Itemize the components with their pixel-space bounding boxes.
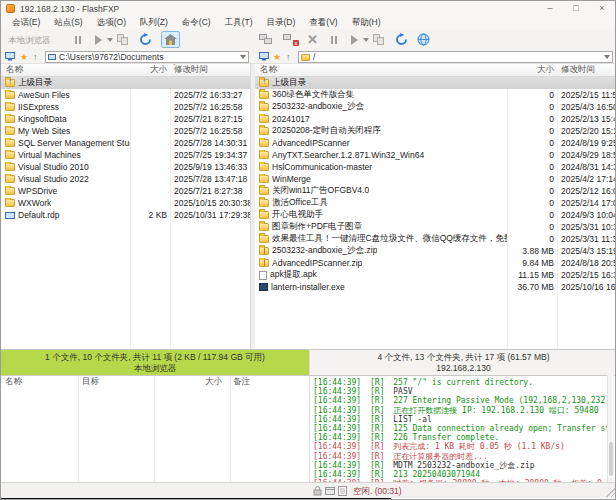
file-type-icon	[259, 235, 269, 243]
remote-path-text: /	[313, 52, 602, 62]
queue-column-size[interactable]: 大小	[154, 376, 226, 388]
file-row[interactable]: 开心电视助手 0 2024/9/3 10:04:0	[255, 209, 616, 221]
parent-directory-row[interactable]: 上级目录	[255, 77, 616, 89]
menu-item[interactable]: 帮助(H)	[345, 16, 388, 29]
queue-column-target[interactable]: 目标	[78, 376, 154, 388]
resize-grip[interactable]	[606, 487, 616, 497]
menu-item[interactable]: 命令(C)	[175, 16, 218, 29]
minimize-button[interactable]: –	[537, 1, 563, 16]
file-row[interactable]: WPSDrive 2025/7/21 8:27:38	[1, 185, 250, 197]
column-header-size[interactable]: 大小	[507, 64, 557, 76]
scrollbar-thumb[interactable]	[609, 442, 613, 476]
file-row[interactable]: SQL Server Management Studio 2025/7/28 1…	[1, 137, 250, 149]
file-row[interactable]: KingsoftData 2025/7/21 8:27:15	[1, 113, 250, 125]
file-name: AdvancedIPScanner	[272, 138, 350, 148]
file-row[interactable]: Virtual Machines 2025/7/25 19:34:37	[1, 149, 250, 161]
log-timestamp: [16:44:39]	[313, 406, 361, 415]
chevron-down-icon[interactable]	[240, 55, 246, 59]
remote-tree-toggle[interactable]	[259, 52, 269, 63]
file-row[interactable]: 20241017 0 2025/2/13 15:45:	[255, 113, 616, 125]
file-row[interactable]: AdvancedIPScanner.zip 9.84 MB 2024/8/18 …	[255, 257, 616, 269]
file-size: 0	[507, 138, 557, 148]
menu-item[interactable]: 站点(S)	[47, 16, 89, 29]
start-transfer-button[interactable]	[95, 32, 102, 47]
remote-favorites-button[interactable]: ★	[273, 52, 281, 62]
queue-start-dropdown[interactable]	[363, 32, 369, 47]
log-timestamp: [16:44:39]	[313, 424, 361, 433]
file-row[interactable]: lantern-installer.exe 36.70 MB 2025/10/1…	[255, 281, 616, 293]
file-row[interactable]: 2503232-andboxie_沙盒 0 2025/4/3 16:50:0	[255, 101, 616, 113]
file-modified: 2025/4/2 17:14:0	[557, 174, 616, 184]
file-row[interactable]: 图章制作+PDF电子图章 0 2025/3/31 10:30:	[255, 221, 616, 233]
remote-path-combobox[interactable]: /	[298, 51, 613, 63]
pause-button[interactable]	[75, 32, 81, 47]
file-name: 2503232-andboxie_沙盒.zip	[272, 245, 377, 257]
file-row[interactable]: Default.rdp 2 KB 2025/10/31 17:29:38	[1, 209, 250, 221]
file-type-icon	[5, 115, 15, 123]
queue-start-button[interactable]	[351, 32, 358, 47]
file-row[interactable]: AdvancedIPScanner 0 2024/8/19 9:25:0	[255, 137, 616, 149]
parent-directory-row[interactable]: 上级目录	[1, 77, 250, 89]
menu-item[interactable]: 选项(O)	[90, 16, 133, 29]
local-go-up-button[interactable]: ↑	[33, 52, 38, 62]
file-row[interactable]: Visual Studio 2022 2025/7/28 13:47:18	[1, 173, 250, 185]
local-path-combobox[interactable]: C:\Users\97672\Documents	[45, 51, 249, 63]
queue-pause-button[interactable]	[331, 32, 337, 47]
file-row[interactable]: 效果最佳工具！一键清理C盘垃圾文件、微信QQ缓存文件，免费好用，免安装版本 0 …	[255, 233, 616, 245]
file-type-icon	[5, 199, 15, 207]
menu-item[interactable]: 目录(D)	[260, 16, 303, 29]
file-name: KingsoftData	[18, 114, 67, 124]
computer-icon	[259, 52, 269, 61]
file-row[interactable]: 关闭win11广告OFGBV4.0 0 2025/2/12 16:02:	[255, 185, 616, 197]
column-header-name[interactable]: 名称	[255, 64, 507, 76]
file-name: 关闭win11广告OFGBV4.0	[272, 185, 369, 197]
refresh-remote-button[interactable]	[395, 32, 408, 47]
remote-go-up-button[interactable]: ↑	[286, 52, 291, 62]
transfer-mode-button[interactable]	[117, 32, 129, 47]
file-type-icon	[5, 175, 15, 183]
home-button[interactable]	[161, 31, 180, 48]
local-favorites-button[interactable]: ★	[20, 52, 28, 62]
disconnect-button[interactable]: x	[283, 32, 297, 47]
menu-item[interactable]: 会话(E)	[5, 16, 47, 29]
file-row[interactable]: IISExpress 2025/7/2 16:25:58	[1, 101, 250, 113]
log-message: 257 "/" is current directory.	[393, 378, 533, 387]
column-header-name[interactable]: 名称	[1, 64, 130, 76]
local-browser-label[interactable]: 本地浏览器	[8, 35, 51, 47]
file-row[interactable]: 20250208-定时自动关闭程序 0 2025/2/20 15:17:	[255, 125, 616, 137]
file-row[interactable]: 激活Office工具 0 2025/2/14 17:04:	[255, 197, 616, 209]
file-row[interactable]: Visual Studio 2010 2025/9/19 13:46:33	[1, 161, 250, 173]
file-row[interactable]: WinMerge 0 2025/4/2 17:14:0	[255, 173, 616, 185]
local-tree-toggle[interactable]	[5, 52, 15, 63]
chevron-down-icon[interactable]	[604, 55, 610, 59]
site-browser-button[interactable]	[417, 32, 430, 47]
file-row[interactable]: apk提取.apk 11.15 MB 2025/2/15 16:37:	[255, 269, 616, 281]
file-row[interactable]: WXWork 2025/10/15 20:30:38	[1, 197, 250, 209]
connect-button[interactable]	[259, 32, 273, 47]
file-row[interactable]: 360绿色单文件版合集 0 2025/2/15 11:54:	[255, 89, 616, 101]
transfer-dropdown[interactable]	[107, 32, 113, 47]
log-scrollbar[interactable]	[607, 375, 614, 482]
file-type-icon	[259, 271, 267, 280]
transfer-queue-panel[interactable]: 名称 目标 大小 备注	[1, 375, 309, 482]
file-row[interactable]: AweSun Files 2025/7/2 16:33:27	[1, 89, 250, 101]
menu-item[interactable]: 工具(T)	[218, 16, 260, 29]
remote-transfer-mode-button[interactable]	[373, 32, 385, 47]
column-header-size[interactable]: 大小	[130, 64, 170, 76]
refresh-local-button[interactable]	[139, 32, 152, 47]
file-row[interactable]: HslCommunication-master 0 2024/8/31 14:3…	[255, 161, 616, 173]
menu-item[interactable]: 查看(V)	[302, 16, 344, 29]
menu-item[interactable]: 队列(Z)	[133, 16, 175, 29]
column-header-modified[interactable]: 修改时间	[557, 64, 595, 76]
file-row[interactable]: My Web Sites 2025/7/2 16:25:58	[1, 125, 250, 137]
log-timestamp: [16:44:39]	[313, 387, 361, 396]
file-modified: 2025/4/3 15:19:0	[557, 246, 616, 256]
file-type-icon	[259, 211, 269, 219]
maximize-button[interactable]: □	[563, 1, 589, 16]
close-button[interactable]: ×	[589, 1, 615, 16]
file-row[interactable]: 2503232-andboxie_沙盒.zip 3.88 MB 2025/4/3…	[255, 245, 616, 257]
log-timestamp: [16:44:39]	[313, 470, 361, 479]
abort-button[interactable]: ✕	[307, 32, 318, 47]
file-row[interactable]: AnyTXT.Searcher.1.2.871.Win32_Win64 0 20…	[255, 149, 616, 161]
queue-column-name[interactable]: 名称	[1, 376, 78, 388]
